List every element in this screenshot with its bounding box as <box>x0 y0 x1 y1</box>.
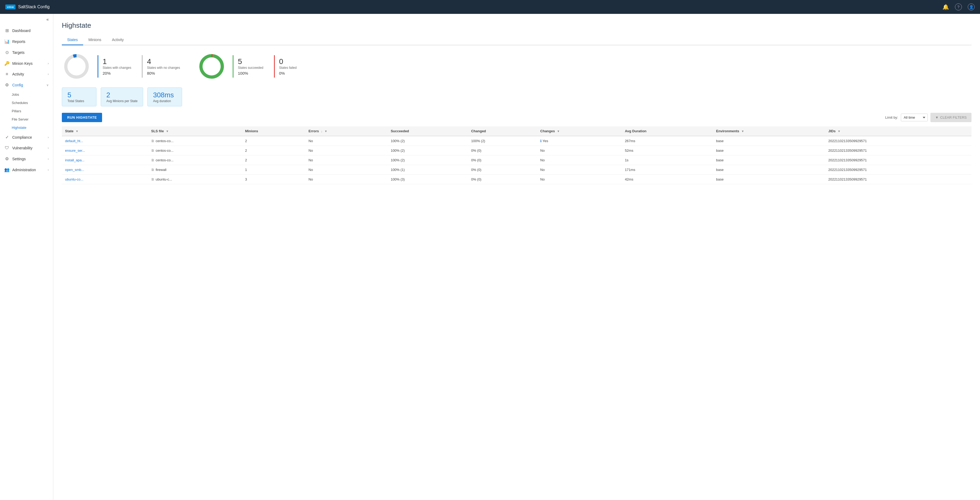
info-cards: 5 Total States 2 Avg Minions per State 3… <box>62 88 972 107</box>
topnav-right: 🔔 ? 👤 <box>942 3 975 10</box>
environments-cell: base <box>713 175 825 184</box>
table-row: ensure_ser... 🗎centos-co... 2 No 100% (2… <box>62 146 972 156</box>
avg-duration-cell: 267ms <box>622 136 713 146</box>
table-row: install_apa... 🗎centos-co... 2 No 100% (… <box>62 156 972 165</box>
avg-duration-card: 308ms Avg duration <box>147 88 182 107</box>
state-cell[interactable]: ubuntu-co... <box>62 175 148 184</box>
sidebar-item-label: Dashboard <box>12 29 49 33</box>
minions-cell: 2 <box>242 146 305 156</box>
dashboard-icon: ⊞ <box>4 28 10 33</box>
sls-file-cell: 🗎firewall <box>148 165 242 175</box>
reports-icon: 📊 <box>4 39 10 44</box>
chevron-right-icon: › <box>48 62 49 65</box>
sidebar-item-file-server[interactable]: File Server <box>12 115 53 123</box>
col-sls-file: SLS file ▼ <box>148 126 242 136</box>
environments-cell: base <box>713 136 825 146</box>
limit-select[interactable]: All time Last hour Last day Last week La… <box>901 114 928 121</box>
help-icon[interactable]: ? <box>955 3 962 10</box>
changes-cell: No <box>537 156 622 165</box>
state-cell[interactable]: open_smb... <box>62 165 148 175</box>
sidebar-item-schedules[interactable]: Schedules <box>12 99 53 107</box>
col-changes: Changes ▼ <box>537 126 622 136</box>
topnav-left: vmw SaltStack Config <box>5 5 49 10</box>
sidebar-item-label: Highstate <box>12 126 49 130</box>
avg-duration-cell: 1s <box>622 156 713 165</box>
succeeded-cell: 100% (2) <box>388 146 468 156</box>
changed-cell: 100% (2) <box>468 136 537 146</box>
tab-activity[interactable]: Activity <box>107 35 129 45</box>
environments-cell: base <box>713 146 825 156</box>
sidebar-item-highstate[interactable]: Highstate <box>12 123 53 132</box>
succeeded-cell: 100% (2) <box>388 136 468 146</box>
states-succeeded-stat: 5 States succeeded 100% <box>233 55 269 78</box>
sidebar-item-minion-keys[interactable]: 🔑 Minion Keys › <box>0 58 53 69</box>
sls-filter-icon[interactable]: ▼ <box>166 130 169 133</box>
clear-filters-button[interactable]: ▼ CLEAR FILTERS <box>931 113 972 122</box>
states-no-changes-stat: 4 States with no changes 80% <box>142 55 186 78</box>
states-failed-pct: 0% <box>279 71 299 75</box>
sidebar-item-label: Jobs <box>12 92 49 97</box>
success-donut <box>197 52 226 81</box>
sidebar-collapse-button[interactable]: « <box>0 14 53 25</box>
tab-states[interactable]: States <box>62 35 83 45</box>
svg-point-0 <box>66 56 87 77</box>
sidebar-item-administration[interactable]: 👥 Administration › <box>0 164 53 175</box>
state-cell[interactable]: ensure_ser... <box>62 146 148 156</box>
limit-label: Limit by: <box>885 115 898 119</box>
environments-cell: base <box>713 165 825 175</box>
page-title: Highstate <box>62 21 972 30</box>
changes-donut <box>62 52 91 81</box>
svg-point-2 <box>201 56 222 77</box>
changes-filter-icon[interactable]: ▼ <box>557 130 560 133</box>
sidebar-item-settings[interactable]: ⚙ Settings › <box>0 153 53 164</box>
col-minions: Minions <box>242 126 305 136</box>
sls-file-cell: 🗎ubuntu-c... <box>148 175 242 184</box>
state-cell[interactable]: default_ht... <box>62 136 148 146</box>
sidebar: « ⊞ Dashboard 📊 Reports ⊙ Targets 🔑 Mini… <box>0 14 53 500</box>
main-content: Highstate States Minions Activity 1 Stat… <box>53 14 980 500</box>
run-highstate-button[interactable]: RUN HIGHSTATE <box>62 113 102 122</box>
user-icon[interactable]: 👤 <box>968 3 975 10</box>
col-environments: Environments ▼ <box>713 126 825 136</box>
table-row: default_ht... 🗎centos-co... 2 No 100% (2… <box>62 136 972 146</box>
config-icon: ⚙ <box>4 83 10 88</box>
col-changed: Changed <box>468 126 537 136</box>
environments-cell: base <box>713 156 825 165</box>
sidebar-item-label: Activity <box>12 72 45 76</box>
clear-filters-label: CLEAR FILTERS <box>940 115 967 119</box>
sidebar-item-dashboard[interactable]: ⊞ Dashboard <box>0 25 53 36</box>
actions-row: RUN HIGHSTATE Limit by: All time Last ho… <box>62 113 972 122</box>
state-filter-icon[interactable]: ▼ <box>75 130 78 133</box>
app-title: SaltStack Config <box>18 5 49 10</box>
errors-sort-icon[interactable]: ↓ <box>321 130 323 133</box>
sidebar-item-label: Vulnerability <box>12 146 45 150</box>
sidebar-item-label: Compliance <box>12 135 45 140</box>
main-layout: « ⊞ Dashboard 📊 Reports ⊙ Targets 🔑 Mini… <box>0 14 980 500</box>
env-filter-icon[interactable]: ▼ <box>741 130 744 133</box>
errors-filter-icon[interactable]: ▼ <box>325 130 327 133</box>
sidebar-item-config[interactable]: ⚙ Config ∨ <box>0 80 53 91</box>
sidebar-item-jobs[interactable]: Jobs <box>12 91 53 99</box>
sidebar-item-pillars[interactable]: Pillars <box>12 107 53 115</box>
avg-duration-cell: 42ms <box>622 175 713 184</box>
jids-filter-icon[interactable]: ▼ <box>838 130 841 133</box>
sidebar-item-compliance[interactable]: ✓ Compliance › <box>0 132 53 143</box>
avg-duration-num: 308ms <box>153 91 177 99</box>
info-icon[interactable]: ℹ <box>540 139 542 143</box>
bell-icon[interactable]: 🔔 <box>942 4 949 10</box>
tab-minions[interactable]: Minions <box>83 35 107 45</box>
jids-cell: 20221102133509929571 <box>825 136 972 146</box>
vulnerability-icon: 🛡 <box>4 146 10 150</box>
chevron-right-icon: › <box>48 146 49 150</box>
states-no-changes-pct: 80% <box>147 71 180 75</box>
sidebar-item-reports[interactable]: 📊 Reports <box>0 36 53 47</box>
sidebar-item-vulnerability[interactable]: 🛡 Vulnerability › <box>0 143 53 153</box>
changed-cell: 0% (0) <box>468 146 537 156</box>
table-row: open_smb... 🗎firewall 1 No 100% (1) 0% (… <box>62 165 972 175</box>
state-cell[interactable]: install_apa... <box>62 156 148 165</box>
sidebar-item-activity[interactable]: ≡ Activity › <box>0 69 53 80</box>
minions-cell: 1 <box>242 165 305 175</box>
succeeded-cell: 100% (3) <box>388 175 468 184</box>
tabs: States Minions Activity <box>62 35 972 45</box>
sidebar-item-targets[interactable]: ⊙ Targets <box>0 47 53 58</box>
